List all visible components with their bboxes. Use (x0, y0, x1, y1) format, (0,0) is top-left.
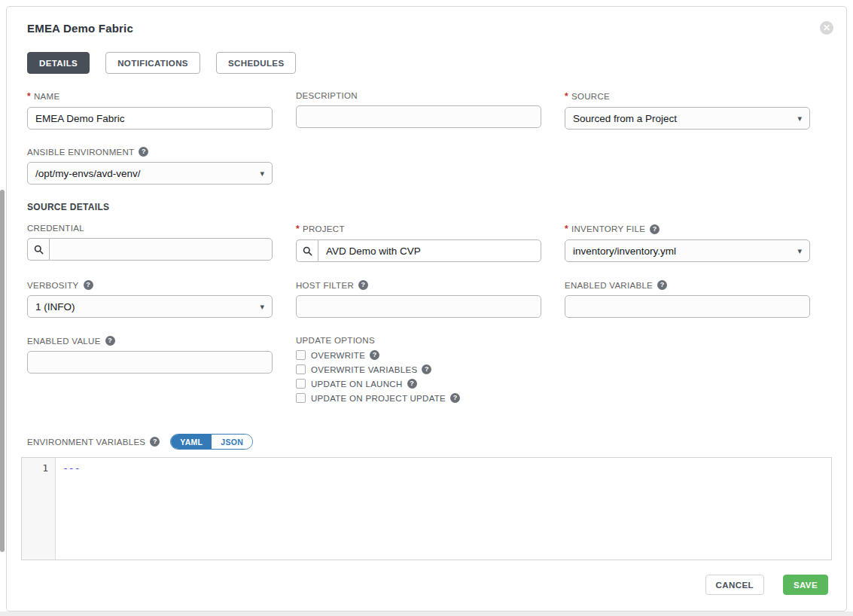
help-icon[interactable]: ? (84, 280, 93, 290)
help-icon[interactable]: ? (105, 336, 115, 346)
enabled-value-input[interactable] (27, 351, 273, 374)
verbosity-label: VERBOSITY ? (27, 280, 273, 290)
page-title: EMEA Demo Fabric (27, 22, 832, 35)
description-field-group: DESCRIPTION (296, 91, 541, 130)
ansible-environment-field-group: ANSIBLE ENVIRONMENT ? /opt/my-envs/avd-v… (27, 147, 273, 184)
help-icon[interactable]: ? (370, 350, 379, 360)
required-asterisk: * (565, 224, 568, 234)
yaml-toggle-button[interactable]: YAML (171, 435, 212, 449)
credential-input[interactable] (49, 238, 273, 261)
verbosity-field-group: VERBOSITY ? 1 (INFO) ▾ (27, 280, 273, 318)
source-label: * SOURCE (565, 91, 810, 102)
update-on-launch-checkbox[interactable] (296, 379, 306, 389)
required-asterisk: * (565, 91, 568, 102)
tab-bar: DETAILS NOTIFICATIONS SCHEDULES (27, 52, 832, 74)
inventory-source-panel: EMEA Demo Fabric ✕ DETAILS NOTIFICATIONS… (6, 6, 847, 611)
overwrite-checkbox[interactable] (296, 350, 306, 360)
update-on-project-update-checkbox[interactable] (296, 393, 306, 403)
credential-search-button[interactable] (27, 238, 49, 261)
caret-down-icon: ▾ (260, 302, 264, 312)
search-icon (303, 246, 312, 256)
project-label: * PROJECT (296, 224, 541, 234)
host-filter-input[interactable] (296, 295, 541, 318)
ansible-environment-label: ANSIBLE ENVIRONMENT ? (27, 147, 273, 157)
name-input[interactable] (27, 107, 273, 130)
help-icon[interactable]: ? (407, 379, 417, 389)
help-icon[interactable]: ? (358, 280, 368, 290)
update-options-group: UPDATE OPTIONS OVERWRITE ? OVERWRITE VAR… (296, 336, 541, 407)
overwrite-checkbox-row[interactable]: OVERWRITE ? (296, 350, 541, 360)
close-icon[interactable]: ✕ (820, 21, 833, 35)
environment-variables-label: ENVIRONMENT VARIABLES ? (27, 437, 160, 447)
enabled-variable-field-group: ENABLED VARIABLE ? (565, 280, 810, 318)
inventory-file-select[interactable]: inventory/inventory.yml ▾ (565, 239, 810, 262)
ansible-environment-value: /opt/my-envs/avd-venv/ (35, 168, 141, 179)
source-select[interactable]: Sourced from a Project ▾ (565, 107, 810, 130)
json-toggle-button[interactable]: JSON (212, 435, 252, 449)
caret-down-icon: ▾ (797, 114, 802, 124)
help-icon[interactable]: ? (139, 147, 148, 157)
page-background-strip (0, 611, 853, 616)
required-asterisk: * (296, 224, 300, 234)
update-on-project-update-checkbox-label: UPDATE ON PROJECT UPDATE ? (311, 393, 460, 403)
overwrite-variables-checkbox-label: OVERWRITE VARIABLES ? (311, 364, 431, 374)
inventory-file-label: * INVENTORY FILE ? (565, 224, 810, 234)
enabled-variable-input[interactable] (565, 295, 810, 318)
search-icon (34, 245, 44, 255)
host-filter-label: HOST FILTER ? (296, 280, 541, 290)
help-icon[interactable]: ? (422, 364, 431, 374)
tab-schedules[interactable]: SCHEDULES (216, 52, 297, 74)
tab-details[interactable]: DETAILS (27, 52, 90, 74)
source-field-group: * SOURCE Sourced from a Project ▾ (565, 91, 810, 130)
editor-code-content[interactable]: --- (56, 458, 831, 560)
project-input[interactable] (318, 239, 541, 262)
source-details-heading: SOURCE DETAILS (27, 202, 832, 212)
project-field-group: * PROJECT (296, 224, 541, 262)
update-options-label: UPDATE OPTIONS (296, 336, 541, 345)
overwrite-variables-checkbox-row[interactable]: OVERWRITE VARIABLES ? (296, 364, 541, 374)
editor-line-number: 1 (22, 462, 55, 474)
source-select-value: Sourced from a Project (573, 113, 677, 124)
help-icon[interactable]: ? (657, 280, 667, 290)
project-search-button[interactable] (296, 239, 318, 262)
required-asterisk: * (27, 91, 31, 102)
update-on-launch-checkbox-label: UPDATE ON LAUNCH ? (311, 379, 417, 389)
help-icon[interactable]: ? (650, 224, 660, 234)
cancel-button[interactable]: CANCEL (705, 575, 764, 595)
format-toggle: YAML JSON (170, 434, 253, 450)
overwrite-variables-checkbox[interactable] (296, 364, 306, 374)
name-label: * NAME (27, 91, 273, 102)
description-label: DESCRIPTION (296, 91, 541, 100)
overwrite-checkbox-label: OVERWRITE ? (311, 350, 379, 360)
editor-line-gutter: 1 (22, 458, 56, 560)
verbosity-select[interactable]: 1 (INFO) ▾ (27, 295, 273, 318)
credential-label: CREDENTIAL (27, 224, 273, 233)
update-on-project-update-checkbox-row[interactable]: UPDATE ON PROJECT UPDATE ? (296, 393, 541, 403)
enabled-value-field-group: ENABLED VALUE ? (27, 336, 273, 407)
help-icon[interactable]: ? (150, 437, 160, 447)
caret-down-icon: ▾ (260, 169, 264, 178)
host-filter-field-group: HOST FILTER ? (296, 280, 541, 318)
inventory-file-field-group: * INVENTORY FILE ? inventory/inventory.y… (565, 224, 810, 262)
environment-variables-editor[interactable]: 1 --- (21, 457, 832, 560)
enabled-value-label: ENABLED VALUE ? (27, 336, 273, 346)
name-field-group: * NAME (27, 91, 273, 130)
ansible-environment-select[interactable]: /opt/my-envs/avd-venv/ ▾ (27, 162, 273, 184)
credential-field-group: CREDENTIAL (27, 224, 273, 262)
left-scrollbar-thumb[interactable] (0, 190, 5, 552)
enabled-variable-label: ENABLED VARIABLE ? (565, 280, 810, 290)
caret-down-icon: ▾ (797, 246, 802, 256)
inventory-file-value: inventory/inventory.yml (573, 245, 676, 257)
description-input[interactable] (296, 105, 541, 128)
help-icon[interactable]: ? (450, 393, 460, 403)
update-on-launch-checkbox-row[interactable]: UPDATE ON LAUNCH ? (296, 379, 541, 389)
tab-notifications[interactable]: NOTIFICATIONS (105, 52, 200, 74)
save-button[interactable]: SAVE (783, 575, 828, 595)
verbosity-value: 1 (INFO) (35, 301, 75, 313)
